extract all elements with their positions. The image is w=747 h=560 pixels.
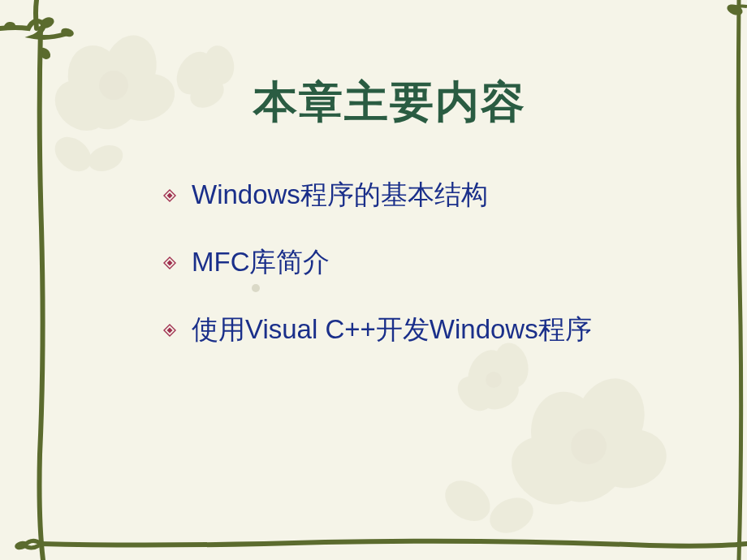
vine-bottom: [0, 528, 747, 560]
svg-point-23: [484, 491, 539, 540]
bullet-text: Windows程序的基本结构: [192, 177, 488, 213]
slide-content: 本章主要内容 Windows程序的基本结构 MFC库简介: [0, 0, 747, 428]
bullet-text: MFC库简介: [192, 244, 330, 281]
bullet-item: 使用Visual C++开发Windows程序: [162, 312, 698, 348]
svg-point-13: [537, 417, 641, 517]
svg-point-16: [571, 429, 607, 464]
bullet-list: Windows程序的基本结构 MFC库简介 使用Visual C++开发Wind…: [162, 177, 698, 348]
slide-title: 本章主要内容: [81, 73, 698, 132]
svg-point-22: [438, 472, 498, 529]
svg-point-14: [499, 423, 598, 518]
svg-marker-31: [167, 192, 173, 198]
svg-marker-33: [167, 260, 173, 265]
bullet-item: MFC库简介: [162, 244, 698, 281]
bullet-text: 使用Visual C++开发Windows程序: [192, 312, 592, 348]
svg-point-15: [587, 424, 671, 494]
bullet-item: Windows程序的基本结构: [162, 177, 698, 213]
svg-point-28: [14, 540, 28, 551]
diamond-bullet-icon: [162, 256, 177, 270]
diamond-bullet-icon: [162, 188, 177, 203]
svg-marker-35: [167, 327, 173, 333]
diamond-bullet-icon: [162, 323, 177, 338]
